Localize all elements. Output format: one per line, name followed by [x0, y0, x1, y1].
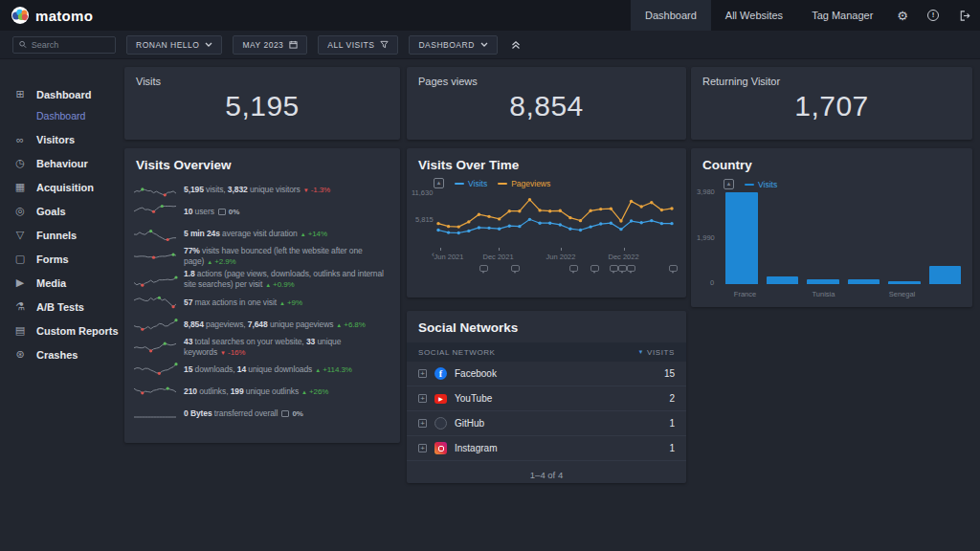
visitors-icon: ∞ [13, 134, 27, 145]
column-social-network[interactable]: SOCIAL NETWORK [418, 348, 496, 357]
sidebar-item-acquisition[interactable]: ▦Acquisition [0, 175, 122, 199]
sidebar-item-custom-reports[interactable]: ▤Custom Reports [0, 319, 122, 342]
annotation-icon[interactable] [610, 265, 618, 272]
overview-row[interactable]: 10 users0% [132, 202, 394, 222]
widget-title: Social Networks [407, 311, 686, 342]
legend-label: Pageviews [511, 179, 550, 188]
play-icon: ▶ [13, 276, 27, 289]
legend-label: Visits [758, 180, 777, 189]
bar-france[interactable] [725, 192, 758, 284]
export-image-icon[interactable]: ▲ [724, 179, 734, 189]
search-input[interactable] [32, 40, 109, 50]
top-tab-tag-manager[interactable]: Tag Manager [797, 0, 887, 31]
overview-row[interactable]: 5 min 24s average visit duration▲ +14% [132, 224, 394, 244]
legend-label: Visits [468, 179, 487, 188]
sidebar-subitem-dashboard[interactable]: Dashboard [0, 106, 122, 128]
x-axis: FranceTunisiaSenegal [725, 290, 961, 299]
settings-button[interactable]: ⚙ [887, 0, 918, 31]
overview-row[interactable]: 1.8 actions (page views, downloads, outl… [132, 269, 394, 290]
sidebar-item-label: Visitors [36, 134, 75, 145]
overview-row[interactable]: 0 Bytes transferred overall0% [132, 404, 394, 424]
table-row-github[interactable]: +GitHub1 [407, 411, 686, 436]
website-selector[interactable]: RONAN HELLO [126, 35, 222, 55]
annotation-icon[interactable] [590, 265, 599, 272]
sidebar: ⊞DashboardDashboard∞Visitors◷Behaviour▦A… [0, 59, 122, 551]
bar-tunisia[interactable] [807, 279, 839, 284]
card-title: Returning Visitor [691, 67, 972, 87]
overview-row[interactable]: 15 downloads, 14 unique downloads▲ +114.… [132, 360, 394, 380]
annotation-icon[interactable] [669, 265, 678, 272]
trend-down: ▼ -1.3% [303, 186, 330, 194]
legend-visits[interactable]: Visits [455, 179, 487, 188]
trend-up: ▲ +0.9% [265, 280, 294, 289]
expand-icon[interactable]: + [418, 394, 427, 403]
sidebar-item-dashboard[interactable]: ⊞Dashboard [0, 82, 122, 106]
sidebar-item-a-b-tests[interactable]: ⚗A/B Tests [0, 295, 122, 319]
annotation-icon[interactable] [618, 265, 627, 272]
sidebar-item-forms[interactable]: ▢Forms [0, 247, 122, 271]
x-axis-label: Dec 2021 [482, 253, 513, 261]
x-axis-label: Jun 2022 [546, 253, 576, 261]
column-visits-sort[interactable]: ▼ VISITS [638, 348, 676, 357]
visits-over-time-chart[interactable] [435, 192, 677, 248]
crash-icon: ⊛ [13, 348, 27, 361]
youtube-icon: ▶ [434, 394, 447, 404]
help-button[interactable]: ! [918, 0, 948, 31]
pagination-label: 1–4 of 4 [407, 461, 686, 480]
overview-row[interactable]: 57 max actions in one visit▲ +9% [132, 293, 394, 313]
sidebar-item-goals[interactable]: ◎Goals [0, 199, 122, 223]
annotation-icon[interactable] [511, 265, 520, 272]
social-network-name: YouTube [455, 393, 492, 404]
overview-row-text: 10 users0% [184, 207, 239, 217]
sidebar-item-funnels[interactable]: ▽Funnels [0, 223, 122, 247]
bar-country-5[interactable] [929, 266, 962, 284]
x-axis-tick [624, 248, 625, 251]
github-icon [434, 417, 447, 430]
bar-country-1[interactable] [767, 276, 799, 284]
legend-visits[interactable]: Visits [745, 180, 777, 189]
matomo-logo[interactable]: matomo [0, 7, 93, 24]
legend-pageviews[interactable]: Pageviews [498, 179, 550, 188]
segment-selector[interactable]: ALL VISITS [318, 35, 398, 55]
trend-up: ▲ +26% [301, 387, 328, 396]
overview-row[interactable]: 210 outlinks, 199 unique outlinks▲ +26% [132, 382, 394, 402]
sidebar-item-media[interactable]: ▶Media [0, 271, 122, 295]
toolbar: RONAN HELLO MAY 2023 ALL VISITS DASHBOAR… [0, 31, 980, 59]
expand-icon[interactable]: + [418, 369, 427, 378]
sidebar-item-visitors[interactable]: ∞Visitors [0, 128, 122, 151]
overview-row[interactable]: 5,195 visits, 3,832 unique visitors▼ -1.… [132, 180, 394, 200]
flask-icon: ⚗ [13, 300, 27, 313]
overview-row[interactable]: 43 total searches on your website, 33 un… [132, 337, 394, 358]
sidebar-item-label: Goals [36, 206, 66, 217]
search-box[interactable] [12, 36, 116, 54]
sidebar-item-crashes[interactable]: ⊛Crashes [0, 342, 122, 366]
expand-icon[interactable]: + [418, 444, 427, 452]
overview-row-text: 1.8 actions (page views, downloads, outl… [184, 269, 394, 290]
y-axis-tick: 11,630 [412, 188, 433, 197]
collapse-header-button[interactable] [511, 40, 521, 50]
expand-icon[interactable]: + [418, 419, 427, 428]
annotation-icon[interactable] [479, 265, 488, 272]
sidebar-item-label: A/B Tests [36, 301, 84, 313]
top-tab-all-websites[interactable]: All Websites [711, 0, 797, 31]
bar-country-3[interactable] [848, 279, 880, 284]
overview-row[interactable]: 8,854 pageviews, 7,648 unique pageviews▲… [132, 315, 394, 335]
country-bar-chart[interactable] [725, 190, 961, 284]
annotation-icon[interactable] [569, 265, 578, 272]
overview-row[interactable]: 77% visits have bounced (left the websit… [132, 246, 394, 267]
table-row-youtube[interactable]: +▶YouTube2 [407, 386, 686, 411]
overview-row-text: 5 min 24s average visit duration▲ +14% [184, 229, 327, 239]
bar-senegal[interactable] [888, 281, 921, 284]
dashboard-selector[interactable]: DASHBOARD [409, 35, 497, 55]
top-tab-dashboard[interactable]: Dashboard [631, 0, 711, 31]
logout-button[interactable] [948, 0, 980, 31]
table-row-instagram[interactable]: +Instagram1 [407, 436, 686, 461]
calendar-icon [289, 40, 298, 49]
annotation-icon[interactable] [627, 265, 635, 272]
period-selector[interactable]: MAY 2023 [233, 35, 307, 55]
sparkline-chart [132, 406, 178, 422]
export-image-icon[interactable]: ▲ [434, 178, 444, 188]
table-row-facebook[interactable]: +fFacebook15 [407, 362, 686, 386]
sidebar-item-behaviour[interactable]: ◷Behaviour [0, 151, 122, 175]
card-value: 1,707 [691, 90, 972, 122]
